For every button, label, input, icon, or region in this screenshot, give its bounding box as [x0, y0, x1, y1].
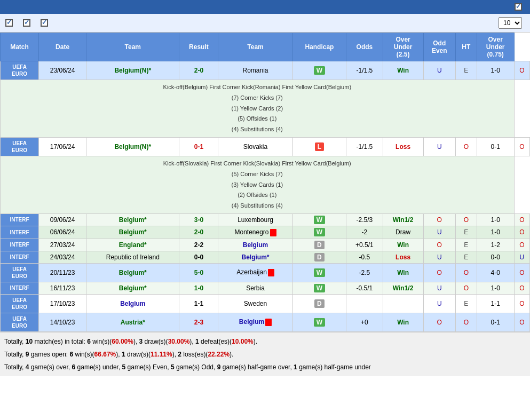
wl-cell: D [292, 294, 346, 313]
ht-cell: 1-1 [477, 294, 514, 313]
competition-cell: INTERF [1, 239, 39, 251]
red-card-icon [265, 319, 272, 326]
wl-cell: W [292, 213, 346, 226]
summary-line: Totally, 9 games open: 6 win(s)(66.67%),… [4, 348, 526, 361]
team2-cell: Belgium [218, 313, 292, 331]
ht-cell: 1-2 [477, 239, 514, 251]
historic-scores-table: Match Date Team Result Team Handicap Odd… [0, 33, 530, 332]
date-cell: 14/10/23 [39, 313, 86, 331]
team1-cell: Belgium* [86, 263, 179, 282]
uefa-euro-checkbox[interactable] [23, 19, 30, 27]
col-match: Match [1, 33, 39, 61]
col-result: Result [179, 33, 218, 61]
ht-cell: 0-1 [477, 313, 514, 331]
date-cell: 17/06/24 [39, 137, 86, 156]
odd-even-cell: E [455, 251, 477, 263]
odds-cell: Win [383, 263, 423, 282]
odds-cell: Loss [383, 137, 423, 156]
team1-cell: Republic of Ireland [86, 251, 179, 263]
odd-even-cell: E [455, 61, 477, 80]
col-ht: HT [455, 33, 477, 61]
handicap-cell [346, 294, 383, 313]
wl-cell: W [292, 61, 346, 80]
wl-cell: L [292, 137, 346, 156]
interf-checkbox[interactable] [5, 19, 13, 27]
table-row: INTERF 06/06/24 Belgium* 2-0 Montenegro … [1, 226, 530, 239]
world-cup-filter[interactable] [41, 19, 50, 27]
result-cell: 5-0 [179, 263, 218, 282]
over-under-cell: U [423, 282, 455, 294]
table-row: INTERF 16/11/23 Belgium* 1-0 Serbia W -0… [1, 282, 530, 294]
odds-cell: Win [383, 239, 423, 251]
team2-cell: Luxembourg [218, 213, 292, 226]
over-under-cell: U [423, 61, 455, 80]
over-under-cell: O [423, 213, 455, 226]
display-notes-checkbox[interactable] [515, 3, 522, 11]
odd-even-cell: O [455, 213, 477, 226]
over-under-cell: U [423, 294, 455, 313]
over-under-cell: O [423, 263, 455, 282]
result-cell: 1-0 [179, 282, 218, 294]
competition-cell: INTERF [1, 282, 39, 294]
result-cell: 1-1 [179, 294, 218, 313]
last-games-select[interactable]: 10 5 15 20 [499, 17, 522, 29]
competition-cell: INTERF [1, 251, 39, 263]
ht-cell: 1-0 [477, 61, 514, 80]
date-cell: 17/10/23 [39, 294, 86, 313]
date-cell: 23/06/24 [39, 61, 86, 80]
over-under-cell: U [423, 226, 455, 239]
col-handicap: Handicap [292, 33, 346, 61]
ht-cell: 0-1 [477, 137, 514, 156]
handicap-cell: -2 [346, 226, 383, 239]
team1-cell: Belgium* [86, 282, 179, 294]
over-under2-cell: U [514, 251, 529, 263]
competition-cell: UEFAEURO [1, 313, 39, 331]
result-cell: 2-3 [179, 313, 218, 331]
world-cup-checkbox[interactable] [41, 19, 48, 27]
over-under2-cell: O [514, 263, 529, 282]
handicap-cell: +0.5/1 [346, 239, 383, 251]
date-cell: 20/11/23 [39, 263, 86, 282]
odds-cell: Win1/2 [383, 282, 423, 294]
team1-cell: Belgium(N)* [86, 61, 179, 80]
handicap-cell: -2.5/3 [346, 213, 383, 226]
col-odd-even: OddEven [423, 33, 455, 61]
result-cell: 2-0 [179, 226, 218, 239]
odds-cell: Win1/2 [383, 213, 423, 226]
competition-cell: INTERF [1, 226, 39, 239]
red-card-icon [270, 229, 276, 236]
odds-cell: Loss [383, 251, 423, 263]
over-under-cell: O [423, 313, 455, 331]
handicap-cell: -2.5 [346, 263, 383, 282]
odd-even-cell: O [455, 263, 477, 282]
wl-cell: W [292, 282, 346, 294]
team2-cell: Belgium [218, 239, 292, 251]
team2-cell: Slovakia [218, 137, 292, 156]
wl-cell: W [292, 263, 346, 282]
uefa-euro-filter[interactable] [23, 19, 33, 27]
competition-cell: UEFAEURO [1, 137, 39, 156]
handicap-cell: -1/1.5 [346, 61, 383, 80]
interf-filter[interactable] [5, 19, 15, 27]
odd-even-cell: O [455, 137, 477, 156]
detail-row: Kick-off(Slovakia) First Corner Kick(Slo… [1, 156, 530, 213]
team1-cell: England* [86, 239, 179, 251]
summary-bar: Totally, 10 match(es) in total: 6 win(s)… [0, 332, 530, 376]
team1-cell: Belgium(N)* [86, 137, 179, 156]
ht-cell: 0-0 [477, 251, 514, 263]
handicap-cell: -0.5/1 [346, 282, 383, 294]
result-cell: 2-2 [179, 239, 218, 251]
team2-cell: Azerbaijan [218, 263, 292, 282]
ht-cell: 1-0 [477, 226, 514, 239]
wl-cell: D [292, 239, 346, 251]
detail-cell: Kick-off(Belgium) First Corner Kick(Roma… [1, 80, 515, 138]
over-under-cell: U [423, 251, 455, 263]
col-team2: Team [218, 33, 292, 61]
over-under-cell: O [423, 239, 455, 251]
date-cell: 27/03/24 [39, 239, 86, 251]
team1-cell: Austria* [86, 313, 179, 331]
table-row: UEFAEURO 14/10/23 Austria* 2-3 Belgium W… [1, 313, 530, 331]
odds-cell: Draw [383, 226, 423, 239]
odd-even-cell: O [455, 282, 477, 294]
result-cell: 3-0 [179, 213, 218, 226]
